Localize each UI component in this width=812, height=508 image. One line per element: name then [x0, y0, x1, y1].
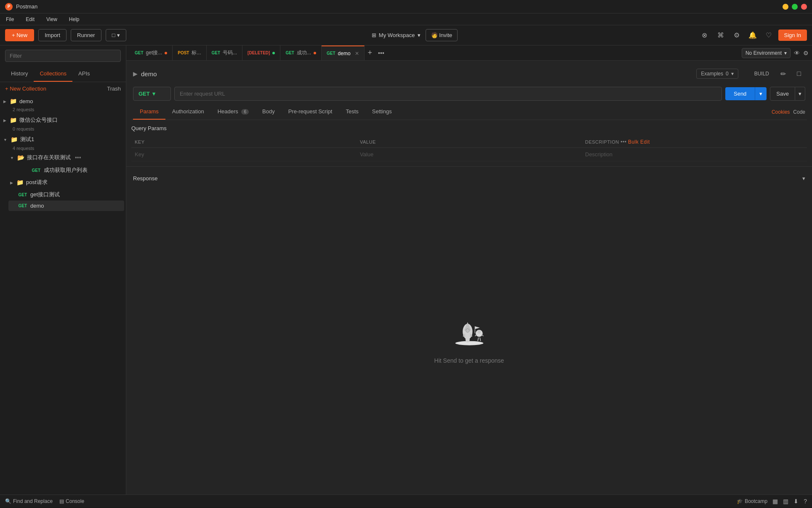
req-tab-headers[interactable]: Headers 6 — [211, 104, 256, 120]
tab-apis[interactable]: APIs — [72, 66, 96, 82]
description-input[interactable] — [585, 151, 804, 158]
env-eye-icon[interactable]: 👁 — [794, 50, 800, 56]
env-settings-icon[interactable]: ⚙ — [803, 50, 809, 56]
trash-button[interactable]: Trash — [107, 86, 121, 92]
tab-history[interactable]: History — [5, 66, 34, 82]
tab-get-hao[interactable]: GET 号码... — [207, 45, 243, 61]
find-replace-button[interactable]: 🔍 Find and Replace — [5, 498, 53, 504]
response-toggle-button[interactable]: ▾ — [802, 175, 805, 182]
new-collection-button[interactable]: + New Collection — [5, 86, 46, 92]
request-demo: GET demo — [0, 201, 126, 211]
menu-file[interactable]: File — [3, 16, 16, 23]
code-button[interactable]: Code — [793, 109, 805, 115]
request-name-bar: ▶ demo Examples 0 ▾ BUILD ✏ □ — [131, 64, 807, 83]
url-input[interactable] — [174, 87, 722, 101]
collection-wechat-header[interactable]: 📁 微信公众号接口 — [0, 114, 126, 126]
method-select[interactable]: GET ▾ — [133, 87, 171, 101]
env-dropdown[interactable]: No Environment ▾ — [742, 48, 791, 58]
help-icon[interactable]: ? — [804, 498, 807, 505]
tab-demo-active[interactable]: GET demo ✕ — [322, 45, 365, 61]
tab-method-get-2: GET — [212, 51, 221, 55]
col-more-button[interactable]: ••• — [620, 139, 626, 145]
tab-add-button[interactable]: + — [365, 48, 376, 57]
search-input[interactable] — [5, 50, 121, 62]
settings-icon-button[interactable]: ⚙ — [730, 29, 743, 42]
req-tab-auth[interactable]: Authorization — [165, 104, 211, 120]
tab-get-success[interactable]: GET 成功... — [280, 45, 322, 61]
tab-deleted[interactable]: [DELETED] — [242, 45, 280, 61]
headers-badge: 6 — [241, 109, 249, 115]
tab-method-get: GET — [135, 51, 144, 55]
invite-button[interactable]: 🧑 Invite — [426, 29, 458, 41]
request-tabs: Params Authorization Headers 6 Body Pre-… — [131, 104, 807, 120]
key-input[interactable] — [135, 151, 353, 158]
request-item-get-test[interactable]: GET get接口测试 — [8, 189, 124, 201]
tab-dot-green — [272, 52, 275, 54]
heart-icon-button[interactable]: ♡ — [762, 29, 775, 42]
import-button[interactable]: Import — [38, 29, 67, 41]
folder-post-header[interactable]: 📁 post请求 — [7, 176, 126, 189]
folder-post-name: post请求 — [26, 179, 48, 186]
close-button[interactable] — [801, 4, 807, 10]
workspace-button[interactable]: ⊞ My Workspace ▾ — [367, 29, 426, 41]
collection-demo-header[interactable]: 📁 demo — [0, 95, 126, 107]
value-input[interactable] — [360, 151, 578, 158]
svg-point-6 — [465, 337, 469, 342]
new-button[interactable]: + New — [5, 29, 34, 41]
bootcamp-button[interactable]: 🎓 Bootcamp — [737, 498, 767, 504]
menu-view[interactable]: View — [44, 16, 60, 23]
menu-edit[interactable]: Edit — [23, 16, 37, 23]
tab-get-jie[interactable]: GET get接... — [130, 45, 173, 61]
minimize-button[interactable] — [783, 4, 788, 10]
find-replace-label: Find and Replace — [13, 498, 53, 504]
send-button[interactable]: Send — [725, 87, 755, 100]
save-button[interactable]: Save — [770, 87, 795, 101]
save-dropdown-button[interactable]: ▾ — [795, 87, 805, 101]
cookies-button[interactable]: Cookies — [772, 109, 790, 115]
edit-icon-button[interactable]: ✏ — [777, 67, 789, 80]
send-dropdown-button[interactable]: ▾ — [755, 87, 767, 100]
folder-icon: 📁 — [10, 98, 17, 104]
sync-icon-button[interactable]: ⊗ — [698, 29, 711, 42]
request-item-get-users[interactable]: GET 成功获取用户列表 — [22, 164, 124, 176]
toolbar-center: ⊞ My Workspace ▾ 🧑 Invite — [130, 29, 694, 41]
req-tab-tests[interactable]: Tests — [339, 104, 365, 120]
notification-icon-button[interactable]: 🔔 — [746, 29, 759, 42]
folder-api-test: 📂 接口存在关联测试 ••• GET 成功获取用户列表 — [0, 151, 126, 176]
examples-button[interactable]: Examples 0 ▾ — [696, 69, 738, 79]
console-button[interactable]: ▤ Console — [59, 498, 84, 504]
req-tab-pre-script[interactable]: Pre-request Script — [282, 104, 339, 120]
sidebar: History Collections APIs + New Collectio… — [0, 45, 126, 495]
layout-icon-1[interactable]: ▦ — [772, 498, 778, 505]
request-item-demo[interactable]: GET demo — [8, 201, 124, 211]
folder-more-button[interactable]: ••• — [73, 153, 83, 162]
req-tab-params[interactable]: Params — [133, 104, 165, 120]
method-label: GET — [25, 168, 40, 173]
sidebar-tabs: History Collections APIs — [0, 66, 126, 82]
folder-api-test-header[interactable]: 📂 接口存在关联测试 ••• — [7, 151, 126, 164]
satellite-icon-button[interactable]: ⌘ — [714, 29, 727, 42]
req-tab-settings[interactable]: Settings — [365, 104, 399, 120]
tab-post-biao[interactable]: POST 标... — [173, 45, 206, 61]
tab-collections[interactable]: Collections — [34, 66, 72, 82]
collection-test1-header[interactable]: 📁 测试1 — [0, 133, 126, 146]
signin-button[interactable]: Sign In — [778, 29, 807, 41]
params-title: Query Params — [131, 125, 807, 131]
runner-button[interactable]: Runner — [71, 29, 101, 41]
layout-icon-2[interactable]: ▥ — [783, 498, 788, 505]
tab-more-button[interactable]: ••• — [375, 50, 387, 56]
method-dropdown-icon: ▾ — [152, 91, 155, 97]
maximize-button[interactable] — [792, 4, 798, 10]
params-row — [131, 148, 807, 161]
statusbar-left: 🔍 Find and Replace ▤ Console — [5, 498, 84, 504]
bulk-edit-button[interactable]: Bulk Edit — [628, 139, 650, 145]
tab-close-icon[interactable]: ✕ — [355, 51, 359, 56]
menu-help[interactable]: Help — [67, 16, 82, 23]
req-tab-body[interactable]: Body — [256, 104, 282, 120]
build-button[interactable]: BUILD — [750, 69, 773, 78]
chevron-down-icon-2 — [10, 155, 14, 160]
download-icon[interactable]: ⬇ — [793, 498, 799, 505]
bootcamp-label: Bootcamp — [745, 498, 767, 504]
capture-button[interactable]: □ ▾ — [106, 29, 126, 41]
more-icon-button[interactable]: □ — [793, 67, 805, 80]
